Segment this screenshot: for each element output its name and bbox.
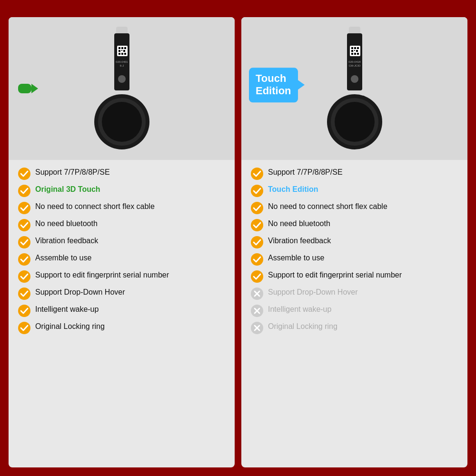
page-header (9, 9, 467, 10)
svg-point-23 (18, 253, 30, 266)
check-active-icon (18, 236, 30, 248)
svg-rect-9 (119, 53, 120, 55)
check-active-icon (18, 322, 30, 334)
feature-item: No need bluetooth (251, 219, 458, 231)
right-panel: TouchEdition (241, 17, 467, 467)
feature-text: Support 7/7P/8/8P/SE (35, 168, 110, 178)
check-inactive-icon (251, 322, 263, 334)
check-active-icon (251, 236, 263, 248)
feature-item: Support 7/7P/8/8P/SE (18, 168, 225, 180)
svg-point-47 (251, 185, 263, 197)
svg-point-49 (251, 219, 263, 231)
svg-point-20 (18, 202, 30, 214)
left-home-button-svg: 020-0401 6-J (79, 27, 165, 150)
check-active-icon (251, 168, 263, 180)
check-active-icon (18, 288, 30, 300)
svg-point-26 (18, 305, 30, 317)
check-active-icon (251, 219, 263, 231)
svg-point-22 (18, 236, 30, 248)
feature-text: Assemble to use (268, 253, 324, 263)
check-active-icon (18, 185, 30, 197)
svg-point-19 (18, 185, 30, 197)
svg-rect-5 (124, 47, 126, 49)
svg-rect-8 (123, 50, 125, 52)
right-edition-badge: TouchEdition (249, 68, 298, 102)
feature-text: Original Locking ring (268, 322, 337, 332)
svg-rect-39 (357, 53, 359, 55)
feature-item: Intelligent wake-up (18, 305, 225, 317)
svg-point-17 (102, 102, 142, 142)
svg-rect-35 (354, 50, 355, 51)
check-active-icon (251, 270, 263, 283)
feature-text: Vibration feedback (35, 236, 98, 246)
svg-rect-10 (121, 53, 123, 55)
svg-rect-36 (356, 50, 358, 52)
feature-text: No need bluetooth (35, 219, 98, 229)
feature-item: No need to connect short flex cable (18, 202, 225, 214)
svg-text:020-0401: 020-0401 (116, 60, 128, 63)
feature-item: Original Locking ring (251, 322, 458, 334)
svg-point-24 (18, 270, 30, 283)
svg-point-45 (335, 102, 375, 142)
check-active-icon (251, 185, 263, 197)
svg-rect-7 (121, 50, 122, 51)
feature-text: No need to connect short flex cable (268, 202, 387, 212)
feature-item: Support to edit fingerprint serial numbe… (18, 270, 225, 283)
right-features-list: Support 7/7P/8/8P/SE Touch Edition No ne… (241, 160, 467, 467)
check-inactive-icon (251, 288, 263, 300)
feature-text: Support to edit fingerprint serial numbe… (35, 270, 169, 280)
feature-text: Intelligent wake-up (35, 305, 99, 315)
check-inactive-icon (251, 305, 263, 317)
svg-rect-3 (119, 47, 120, 49)
left-product-image: 020-0401 6-J (9, 17, 235, 160)
feature-text: Touch Edition (268, 185, 318, 195)
svg-point-21 (18, 219, 30, 231)
feature-text: Vibration feedback (268, 236, 331, 246)
svg-point-25 (18, 288, 30, 300)
check-active-icon (18, 305, 30, 317)
svg-point-50 (251, 236, 263, 248)
svg-point-18 (18, 168, 30, 180)
svg-point-51 (251, 253, 263, 266)
svg-rect-31 (351, 47, 353, 49)
feature-text: Assemble to use (35, 253, 91, 263)
feature-text: No need to connect short flex cable (35, 202, 155, 212)
feature-text: Support to edit fingerprint serial numbe… (268, 270, 402, 280)
check-active-icon (18, 202, 30, 214)
feature-text: Intelligent wake-up (268, 305, 331, 315)
svg-text:6-J: 6-J (119, 64, 123, 67)
feature-item: Support to edit fingerprint serial numbe… (251, 270, 458, 283)
check-active-icon (18, 270, 30, 283)
feature-text: Support Drop-Down Hover (35, 288, 125, 298)
svg-point-48 (251, 202, 263, 214)
feature-item: No need to connect short flex cable (251, 202, 458, 214)
feature-text: Original Locking ring (35, 322, 105, 332)
feature-item: Original Locking ring (18, 322, 225, 334)
feature-item: Assemble to use (251, 253, 458, 266)
svg-rect-4 (121, 47, 123, 49)
svg-text:CM-JCID: CM-JCID (348, 64, 360, 67)
svg-rect-34 (351, 50, 353, 52)
check-active-icon (251, 202, 263, 214)
right-product-image: TouchEdition (241, 17, 467, 160)
feature-item: Intelligent wake-up (251, 305, 458, 317)
check-active-icon (18, 168, 30, 180)
feature-item: Touch Edition (251, 185, 458, 197)
feature-text: Support Drop-Down Hover (268, 288, 358, 298)
feature-item: Vibration feedback (18, 236, 225, 248)
svg-point-46 (251, 168, 263, 180)
feature-item: Original 3D Touch (18, 185, 225, 197)
left-edition-badge (18, 84, 31, 93)
feature-item: Assemble to use (18, 253, 225, 266)
check-active-icon (18, 253, 30, 266)
svg-point-27 (18, 322, 30, 334)
left-features-list: Support 7/7P/8/8P/SE Original 3D Touch N… (9, 160, 235, 467)
svg-rect-38 (354, 53, 356, 55)
svg-point-14 (118, 75, 126, 83)
svg-rect-32 (354, 47, 356, 49)
feature-item: Vibration feedback (251, 236, 458, 248)
content-row: 020-0401 6-J Support 7/7P/8/8P/SE Origin… (9, 17, 467, 467)
right-home-button-svg: 020-0418 CM-JCID (312, 27, 397, 150)
feature-text: Support 7/7P/8/8P/SE (268, 168, 343, 178)
svg-rect-37 (351, 53, 353, 55)
